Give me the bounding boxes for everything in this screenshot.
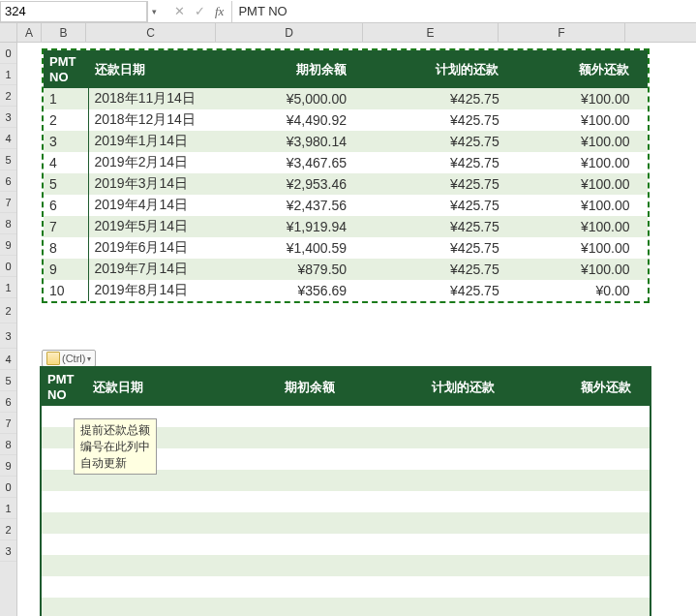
- column-tooltip: 提前还款总额 编号在此列中 自动更新: [74, 418, 157, 475]
- name-box-dropdown[interactable]: ▾: [147, 1, 161, 22]
- table-row[interactable]: 82019年6月14日¥1,400.59¥425.75¥100.00: [44, 237, 648, 259]
- clipboard-icon: [46, 352, 60, 365]
- row-header[interactable]: 7: [0, 192, 16, 213]
- col-header-A[interactable]: A: [17, 23, 42, 42]
- row-header[interactable]: 0: [0, 256, 16, 277]
- col-header-B[interactable]: B: [42, 23, 86, 42]
- formula-input[interactable]: PMT NO: [231, 1, 696, 22]
- hdr-date[interactable]: 还款日期: [88, 50, 218, 88]
- formula-bar-icons: ✕ ✓ fx: [166, 4, 231, 19]
- col-header-E[interactable]: E: [363, 23, 499, 42]
- table-row[interactable]: 32019年1月14日¥3,980.14¥425.75¥100.00: [44, 131, 648, 152]
- row-header[interactable]: 2: [0, 85, 16, 107]
- name-box-value: 324: [5, 4, 26, 18]
- paste-badge-label: (Ctrl): [62, 353, 85, 364]
- tooltip-line3: 自动更新: [80, 455, 150, 472]
- row-header[interactable]: 8: [0, 434, 16, 455]
- tooltip-line2: 编号在此列中: [80, 439, 150, 455]
- table-row[interactable]: 72019年5月14日¥1,919.94¥425.75¥100.00: [44, 216, 648, 237]
- col-header-C[interactable]: C: [86, 23, 216, 42]
- hdr2-extra[interactable]: 额外还款: [512, 368, 649, 406]
- select-all-corner[interactable]: [0, 23, 16, 43]
- enter-icon[interactable]: ✓: [195, 4, 205, 18]
- table-row[interactable]: 22018年12月14日¥4,490.92¥425.75¥100.00: [44, 109, 648, 131]
- row-header[interactable]: 1: [0, 498, 16, 519]
- row-header[interactable]: 9: [0, 455, 16, 477]
- row-header[interactable]: 2: [0, 519, 16, 540]
- row-header[interactable]: 4: [0, 128, 16, 149]
- col-header-D[interactable]: D: [216, 23, 363, 42]
- row-header[interactable]: 7: [0, 413, 16, 434]
- paste-options-badge[interactable]: (Ctrl) ▾: [42, 350, 96, 367]
- row-header[interactable]: 5: [0, 149, 16, 170]
- row-header[interactable]: 0: [0, 43, 16, 64]
- hdr-extra[interactable]: 额外还款: [517, 50, 648, 88]
- table-row[interactable]: 92019年7月14日¥879.50¥425.75¥100.00: [44, 259, 648, 280]
- source-tbody: 12018年11月14日¥5,000.00¥425.75¥100.0022018…: [44, 88, 648, 301]
- fx-icon[interactable]: fx: [215, 4, 224, 19]
- table-row[interactable]: 102019年8月14日¥356.69¥425.75¥0.00: [44, 280, 648, 301]
- cells-area[interactable]: PMT NO 还款日期 期初余额 计划的还款 额外还款 12018年11月14日…: [17, 43, 696, 616]
- table-row[interactable]: 52019年3月14日¥2,953.46¥425.75¥100.00: [44, 173, 648, 195]
- hdr2-plan[interactable]: 计划的还款: [352, 368, 512, 406]
- row-header[interactable]: 3: [0, 107, 16, 128]
- row-header[interactable]: 1: [0, 277, 16, 298]
- cancel-icon[interactable]: ✕: [174, 4, 185, 18]
- row-headers: 012345678901234567890123: [0, 23, 17, 616]
- table-row[interactable]: 42019年2月14日¥3,467.65¥425.75¥100.00: [44, 152, 648, 173]
- source-table: PMT NO 还款日期 期初余额 计划的还款 额外还款 12018年11月14日…: [42, 48, 650, 303]
- row-header[interactable]: 8: [0, 213, 16, 234]
- col-header-F[interactable]: F: [499, 23, 625, 42]
- chevron-down-icon: ▾: [87, 354, 91, 363]
- row-header[interactable]: 0: [0, 477, 16, 498]
- row-header[interactable]: 3: [0, 323, 16, 349]
- row-header[interactable]: 6: [0, 170, 16, 192]
- tooltip-line1: 提前还款总额: [80, 422, 150, 439]
- row-header[interactable]: 6: [0, 391, 16, 413]
- hdr-plan[interactable]: 计划的还款: [364, 50, 517, 88]
- row-header[interactable]: 3: [0, 540, 16, 562]
- pasted-table: PMT NO 还款日期 期初余额 计划的还款 额外还款: [42, 368, 650, 616]
- hdr2-date[interactable]: 还款日期: [86, 368, 216, 406]
- row-header[interactable]: 2: [0, 298, 16, 323]
- row-header[interactable]: 4: [0, 349, 16, 370]
- formula-content: PMT NO: [238, 4, 287, 18]
- formula-bar: 324 ▾ ✕ ✓ fx PMT NO: [0, 0, 696, 23]
- table-row[interactable]: 12018年11月14日¥5,000.00¥425.75¥100.00: [44, 88, 648, 109]
- hdr-begin[interactable]: 期初余额: [218, 50, 364, 88]
- hdr2-begin[interactable]: 期初余额: [216, 368, 352, 406]
- row-header[interactable]: 9: [0, 234, 16, 256]
- name-box[interactable]: 324: [0, 1, 147, 22]
- table-row[interactable]: 62019年4月14日¥2,437.56¥425.75¥100.00: [44, 195, 648, 216]
- column-headers: ABCDEF: [17, 23, 696, 43]
- hdr-pmt[interactable]: PMT NO: [44, 50, 88, 88]
- row-header[interactable]: 5: [0, 370, 16, 391]
- row-header[interactable]: 1: [0, 64, 16, 85]
- hdr2-pmt[interactable]: PMT NO: [42, 368, 86, 406]
- sheet-area: ABCDEF PMT NO 还款日期 期初余额 计划的还款 额外还款 12018…: [17, 23, 696, 616]
